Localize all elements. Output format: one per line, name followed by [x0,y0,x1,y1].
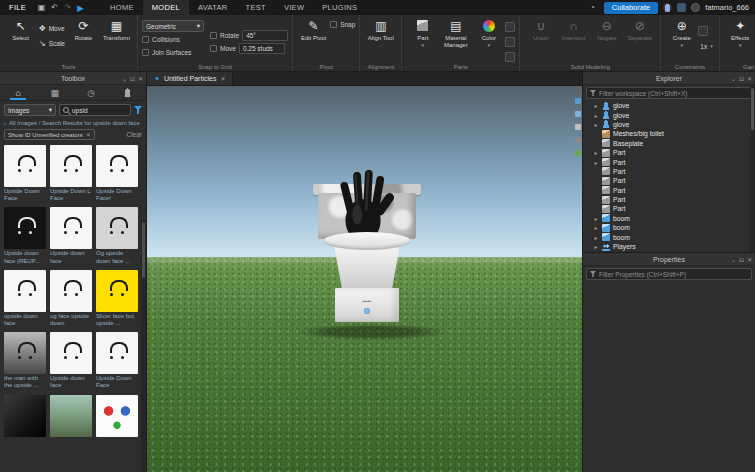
edit-pivot-button[interactable]: ✎ Edit Pivot [297,17,330,42]
tree-item[interactable]: ▸ glove [593,101,755,110]
panel-float-icon[interactable]: ⊡ [739,75,744,82]
panel-float-icon[interactable]: ⊡ [739,256,744,263]
effects-button[interactable]: ✦ Effects ▾ [724,17,755,47]
tree-item[interactable]: Part [593,176,755,185]
menu-tab[interactable]: HOME [101,0,143,15]
chat-icon[interactable] [677,3,686,12]
toolbox-result-item[interactable]: Upside down face (REUP... [4,207,46,264]
collaborate-button[interactable]: Collaborate [604,2,658,14]
toolbox-search-input[interactable]: upsid [59,104,131,116]
parts-option-icon[interactable] [505,52,515,62]
explorer-filter-input[interactable]: Filter workspace (Ctrl+Shift+X) [586,87,752,99]
file-menu[interactable]: FILE [0,3,35,12]
tree-item[interactable]: Meshes/big toilet [593,129,755,138]
toolbox-result-item[interactable]: Upside Down Face [4,145,46,202]
menu-tab[interactable]: MODEL [143,0,189,15]
clear-filters-link[interactable]: Clear [126,131,142,138]
toolbox-result-item[interactable]: Og upside down face ... [96,207,138,264]
material-manager-button[interactable]: ▤ Material Manager [439,17,472,49]
toolbox-result-item[interactable]: og face upside down [50,270,92,327]
panel-float-icon[interactable]: ⊡ [130,75,135,82]
panel-close-icon[interactable]: ✕ [747,256,752,263]
tree-item[interactable]: ▸ boom [593,232,755,241]
viewport-tool-icon[interactable] [575,111,581,117]
toolbox-result-item[interactable]: Upside down face [50,207,92,264]
toolbox-result-item[interactable]: the man with the upside ... [4,332,46,389]
parts-option-icon[interactable] [505,22,515,32]
rotate-button[interactable]: ⟳ Rotate [67,17,100,42]
pivot-snap-checkbox[interactable]: Snap [330,17,355,28]
expand-arrow-icon[interactable]: ▸ [593,159,599,166]
breadcrumb[interactable]: ‹ All Images / Search Results for upside… [0,119,146,128]
toolbox-tab-inventory[interactable]: ▦ [45,85,65,100]
menu-tab[interactable]: VIEW [275,0,313,15]
panel-pin-icon[interactable]: ⌄ [122,75,127,82]
expand-arrow-icon[interactable]: ▸ [593,112,599,119]
viewport-tool-icon[interactable] [575,124,581,130]
toolbox-result-item[interactable] [96,395,138,438]
part-button[interactable]: Part ▾ [406,17,439,47]
tree-item[interactable]: Part [593,186,755,195]
panel-close-icon[interactable]: ✕ [138,75,143,82]
save-icon[interactable]: ▣ [35,3,48,12]
parts-option-icon[interactable] [505,37,515,47]
separate-button[interactable]: ⊘ Separate [623,17,656,42]
tree-item[interactable]: Baseplate [593,139,755,148]
redo-icon[interactable]: ↷ [61,3,74,12]
tree-item[interactable]: ▸ glove [593,110,755,119]
negate-button[interactable]: ⊖ Negate [590,17,623,42]
panel-pin-icon[interactable]: ⌄ [731,256,736,263]
constraint-option-icon[interactable] [698,26,708,36]
toolbox-header[interactable]: Toolbox ⌄ ⊡ ✕ [0,72,146,85]
toolbox-scrollbar[interactable] [141,220,146,472]
expand-arrow-icon[interactable]: ▸ [593,215,599,222]
menu-tab[interactable]: PLUGINS [313,0,366,15]
tab-close-icon[interactable]: ✕ [220,75,225,82]
union-button[interactable]: ∪ Union [524,17,557,42]
explorer-header[interactable]: Explorer ⌄ ⊡ ✕ [583,72,755,85]
snap-mode-dropdown[interactable]: Geometric ▾ [142,20,204,32]
expand-arrow-icon[interactable]: ▸ [593,149,599,156]
viewport-tool-icon[interactable] [575,150,581,156]
toolbox-tab-recent[interactable]: ◷ [81,85,101,100]
select-button[interactable]: ↖ Select [4,17,37,42]
toolbox-result-item[interactable]: Upside Down Face [96,332,138,389]
viewport-tab-untitled-particles[interactable]: ✦ Untitled Particles ✕ [147,72,233,85]
viewport-tool-icon[interactable] [575,137,581,143]
panel-close-icon[interactable]: ✕ [747,75,752,82]
toolbox-tab-creations[interactable] [118,85,138,100]
3d-viewport[interactable]: ▬▬ [147,86,582,472]
toolbox-result-item[interactable] [50,395,92,438]
transform-button[interactable]: ▦ Transform [100,17,133,42]
tree-item[interactable]: ▸ boom [593,214,755,223]
tree-item[interactable]: ▸ glove [593,120,755,129]
color-button[interactable]: Color ▾ [472,17,505,47]
filter-chip-id-unverified[interactable]: Show ID Unverified creators ✕ [4,129,95,140]
avatar[interactable] [663,3,672,12]
viewport-tool-icon[interactable] [575,98,581,104]
tree-item[interactable]: Part [593,195,755,204]
create-constraint-button[interactable]: ⊕ Create ▾ [665,17,698,47]
join-surfaces-checkbox[interactable]: Join Surfaces [142,47,204,58]
toolbox-result-item[interactable] [4,395,46,438]
toolbox-result-item[interactable]: Upside Down Face! [96,145,138,202]
toolbox-result-item[interactable]: Upside Down L Face [50,145,92,202]
expand-arrow-icon[interactable]: ▸ [593,224,599,231]
tree-item[interactable]: ▸ Part [593,157,755,166]
intersect-button[interactable]: ∩ Intersect [557,17,590,42]
menu-tab[interactable]: TEST [237,0,275,15]
toolbox-result-item[interactable]: Slicer face but upside ... [96,270,138,327]
play-icon[interactable]: ▶ [74,3,87,13]
expand-arrow-icon[interactable]: ▸ [593,234,599,241]
notifications-icon[interactable]: ◔ [586,3,599,12]
toolbox-result-item[interactable]: upside down face [4,270,46,327]
tree-item[interactable]: ▸ Part [593,148,755,157]
snap-move-input[interactable]: 0.25 studs [239,43,285,54]
filter-icon[interactable] [134,106,142,114]
align-tool-button[interactable]: ▥ Align Tool [364,17,397,42]
tree-item[interactable]: ▸ boom [593,223,755,232]
properties-filter-input[interactable]: Filter Properties (Ctrl+Shift+P) [586,268,752,280]
move-button[interactable]: ✥ Move [37,22,67,34]
properties-header[interactable]: Properties ⌄ ⊡ ✕ [583,253,755,266]
snap-rotate-input[interactable]: 45° [242,30,288,41]
